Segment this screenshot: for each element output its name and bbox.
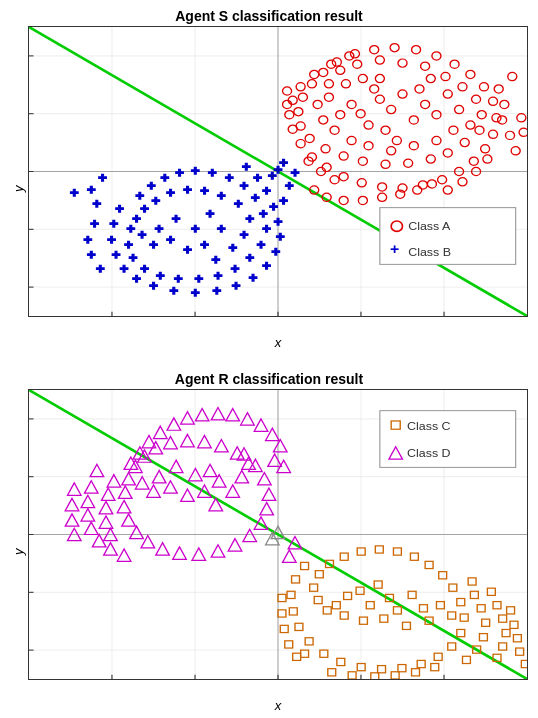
svg-point-44	[466, 121, 475, 129]
svg-point-52	[319, 116, 328, 124]
svg-rect-258	[314, 596, 322, 603]
svg-point-72	[321, 145, 330, 153]
svg-marker-362	[90, 464, 104, 476]
svg-text:+: +	[129, 250, 138, 265]
svg-rect-244	[366, 602, 374, 609]
svg-point-64	[475, 126, 484, 134]
svg-rect-268	[439, 572, 447, 579]
svg-marker-383	[167, 418, 181, 430]
svg-text:+: +	[274, 214, 283, 229]
svg-point-25	[387, 105, 396, 113]
svg-marker-334	[181, 434, 195, 446]
svg-point-88	[489, 97, 498, 105]
svg-text:+: +	[175, 164, 184, 179]
svg-marker-332	[215, 440, 229, 452]
svg-text:+: +	[200, 237, 209, 252]
svg-rect-286	[301, 562, 309, 569]
svg-text:+: +	[268, 167, 277, 182]
svg-rect-315	[412, 669, 420, 676]
svg-point-40	[375, 74, 384, 82]
svg-rect-246	[393, 607, 401, 614]
svg-rect-260	[315, 571, 323, 578]
svg-point-34	[432, 111, 441, 119]
svg-text:+: +	[115, 200, 124, 215]
svg-point-63	[477, 111, 486, 119]
svg-text:+: +	[262, 221, 271, 236]
svg-point-47	[409, 142, 418, 150]
svg-text:+: +	[206, 206, 215, 221]
svg-rect-254	[403, 622, 411, 629]
svg-marker-326	[135, 477, 149, 489]
svg-rect-285	[292, 576, 300, 583]
svg-rect-290	[479, 634, 487, 641]
svg-text:+: +	[136, 188, 145, 203]
svg-rect-306	[510, 621, 518, 628]
svg-point-28	[398, 90, 407, 98]
svg-point-107	[310, 70, 319, 78]
svg-rect-257	[323, 607, 331, 614]
svg-rect-274	[434, 653, 442, 660]
svg-text:+: +	[285, 178, 294, 193]
svg-rect-296	[280, 625, 288, 632]
svg-point-99	[339, 173, 348, 181]
svg-marker-328	[226, 485, 240, 497]
svg-point-123	[378, 193, 387, 201]
svg-point-67	[426, 155, 435, 163]
svg-point-78	[319, 68, 328, 76]
svg-point-29	[409, 116, 418, 124]
svg-text:+: +	[166, 185, 175, 200]
svg-point-48	[387, 147, 396, 155]
svg-text:+: +	[279, 192, 288, 207]
svg-rect-297	[285, 641, 293, 648]
svg-text:+: +	[194, 271, 203, 286]
svg-text:+: +	[96, 260, 105, 275]
svg-text:+: +	[271, 244, 280, 259]
svg-point-127	[443, 186, 452, 194]
svg-rect-275	[417, 660, 425, 667]
svg-point-42	[443, 90, 452, 98]
svg-rect-267	[425, 561, 433, 568]
svg-point-122	[358, 196, 367, 204]
chart2-svg: Class C Class D	[29, 390, 527, 679]
svg-point-75	[294, 108, 303, 116]
svg-point-26	[364, 121, 373, 129]
svg-rect-262	[340, 553, 348, 560]
svg-rect-289	[482, 619, 490, 626]
svg-text:+: +	[251, 190, 260, 205]
svg-marker-364	[81, 495, 95, 507]
svg-text:+: +	[191, 285, 200, 300]
svg-text:+: +	[231, 260, 240, 275]
chart-panel-1: Agent S classification result y	[0, 0, 538, 355]
svg-text:+: +	[225, 169, 234, 184]
svg-point-103	[288, 125, 297, 133]
svg-marker-331	[230, 447, 244, 459]
svg-rect-253	[448, 612, 456, 619]
svg-rect-241	[356, 587, 364, 594]
svg-point-104	[285, 111, 294, 119]
chart1-plot-area: + + + + + + + + + + + + +	[28, 26, 528, 351]
svg-marker-345	[156, 543, 170, 555]
svg-text:+: +	[217, 221, 226, 236]
svg-point-49	[364, 142, 373, 150]
svg-text:+: +	[249, 270, 258, 285]
svg-point-68	[404, 159, 413, 167]
chart1-title: Agent S classification result	[175, 8, 363, 24]
svg-point-35	[415, 85, 424, 93]
svg-point-54	[324, 80, 333, 88]
svg-text:+: +	[147, 178, 156, 193]
svg-rect-292	[462, 656, 470, 663]
svg-rect-252	[436, 602, 444, 609]
svg-text:+: +	[279, 155, 288, 170]
svg-marker-340	[118, 486, 132, 498]
svg-marker-333	[198, 435, 212, 447]
svg-marker-339	[122, 473, 136, 485]
svg-point-77	[307, 80, 316, 88]
svg-text:+: +	[98, 169, 107, 184]
svg-rect-295	[278, 610, 286, 617]
svg-text:+: +	[87, 247, 96, 262]
svg-text:+: +	[211, 252, 220, 267]
svg-text:Class D: Class D	[407, 447, 451, 460]
svg-rect-266	[410, 553, 418, 560]
svg-point-125	[413, 186, 422, 194]
svg-marker-343	[130, 526, 144, 538]
